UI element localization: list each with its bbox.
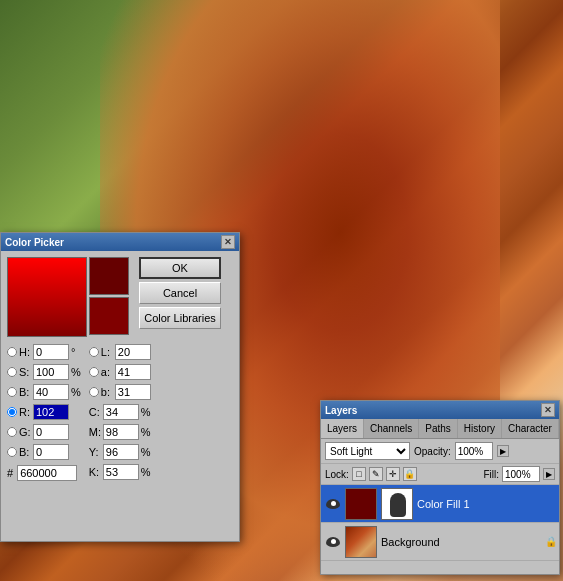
- color-fields: H: ° S: % B: %: [7, 343, 233, 481]
- a-field-row: a:: [89, 363, 151, 381]
- g-label: G:: [19, 426, 31, 438]
- color-fill-thumbnail: [345, 488, 377, 520]
- s-label: S:: [19, 366, 31, 378]
- color-current-swatch: [89, 257, 129, 295]
- opacity-input[interactable]: [455, 442, 493, 460]
- layer-name-color-fill: Color Fill 1: [417, 498, 555, 510]
- cancel-button[interactable]: Cancel: [139, 282, 221, 304]
- s-input[interactable]: [33, 364, 69, 380]
- b-channel-input[interactable]: [33, 444, 69, 460]
- h-radio[interactable]: [7, 347, 17, 357]
- a-input[interactable]: [115, 364, 151, 380]
- hex-input[interactable]: [17, 465, 77, 481]
- b2-field-row: b:: [89, 383, 151, 401]
- c-input[interactable]: [103, 404, 139, 420]
- s-radio[interactable]: [7, 367, 17, 377]
- color-libraries-button[interactable]: Color Libraries: [139, 307, 221, 329]
- r-input[interactable]: [33, 404, 69, 420]
- layers-lock-row: Lock: □ ✎ ✛ 🔒 Fill: ▶: [321, 464, 559, 485]
- h-unit: °: [71, 346, 75, 358]
- fill-arrow-button[interactable]: ▶: [543, 468, 555, 480]
- y-label: Y:: [89, 446, 101, 458]
- mask-thumbnail: [381, 488, 413, 520]
- a-label: a:: [101, 366, 113, 378]
- b-channel-label: B:: [19, 446, 31, 458]
- m-unit: %: [141, 426, 151, 438]
- lock-label: Lock:: [325, 469, 349, 480]
- tab-layers[interactable]: Layers: [321, 419, 364, 438]
- tab-history[interactable]: History: [458, 419, 502, 438]
- y-unit: %: [141, 446, 151, 458]
- y-field-row: Y: %: [89, 443, 151, 461]
- opacity-arrow-button[interactable]: ▶: [497, 445, 509, 457]
- b2-label: b:: [101, 386, 113, 398]
- lock-position-icon[interactable]: ✛: [386, 467, 400, 481]
- b2-radio[interactable]: [89, 387, 99, 397]
- layers-close-button[interactable]: ✕: [541, 403, 555, 417]
- layer-visibility-background[interactable]: [325, 534, 341, 550]
- lock-image-icon[interactable]: ✎: [369, 467, 383, 481]
- layers-titlebar: Layers ✕: [321, 401, 559, 419]
- s-field-row: S: %: [7, 363, 81, 381]
- b2-input[interactable]: [115, 384, 151, 400]
- fill-label: Fill:: [483, 469, 499, 480]
- m-input[interactable]: [103, 424, 139, 440]
- lock-all-icon[interactable]: 🔒: [403, 467, 417, 481]
- b-field-row: B: %: [7, 383, 81, 401]
- b-channel-field-row: B:: [7, 443, 81, 461]
- y-input[interactable]: [103, 444, 139, 460]
- l-input[interactable]: [115, 344, 151, 360]
- k-label: K:: [89, 466, 101, 478]
- c-label: C:: [89, 406, 101, 418]
- c-field-row: C: %: [89, 403, 151, 421]
- h-label: H:: [19, 346, 31, 358]
- c-unit: %: [141, 406, 151, 418]
- layers-controls: Soft Light Normal Multiply Screen Overla…: [321, 439, 559, 464]
- ok-button[interactable]: OK: [139, 257, 221, 279]
- k-unit: %: [141, 466, 151, 478]
- g-field-row: G:: [7, 423, 81, 441]
- m-label: M:: [89, 426, 101, 438]
- layer-background[interactable]: Background 🔒: [321, 523, 559, 561]
- layer-visibility-color-fill[interactable]: [325, 496, 341, 512]
- dialog-buttons: OK Cancel Color Libraries: [139, 257, 221, 337]
- l-radio[interactable]: [89, 347, 99, 357]
- blend-mode-select[interactable]: Soft Light Normal Multiply Screen Overla…: [325, 442, 410, 460]
- color-gradient-box[interactable]: [7, 257, 87, 337]
- color-picker-close-button[interactable]: ✕: [221, 235, 235, 249]
- g-input[interactable]: [33, 424, 69, 440]
- h-field-row: H: °: [7, 343, 81, 361]
- k-field-row: K: %: [89, 463, 151, 481]
- layer-color-fill-1[interactable]: Color Fill 1: [321, 485, 559, 523]
- g-radio[interactable]: [7, 427, 17, 437]
- h-input[interactable]: [33, 344, 69, 360]
- background-lock-icon: 🔒: [545, 536, 555, 548]
- eye-icon-background: [326, 537, 340, 547]
- layers-title: Layers: [325, 405, 357, 416]
- background-thumbnail: [345, 526, 377, 558]
- b-channel-radio[interactable]: [7, 447, 17, 457]
- r-label: R:: [19, 406, 31, 418]
- tab-paths[interactable]: Paths: [419, 419, 458, 438]
- color-picker-title: Color Picker: [5, 237, 64, 248]
- color-picker-dialog: Color Picker ✕ OK Cancel Color Librarie: [0, 232, 240, 542]
- hex-row: #: [7, 465, 81, 481]
- b-input[interactable]: [33, 384, 69, 400]
- hex-label: #: [7, 467, 13, 479]
- tab-character[interactable]: Character: [502, 419, 559, 438]
- tab-channels[interactable]: Channels: [364, 419, 419, 438]
- b-unit: %: [71, 386, 81, 398]
- l-label: L:: [101, 346, 113, 358]
- k-input[interactable]: [103, 464, 139, 480]
- opacity-label: Opacity:: [414, 446, 451, 457]
- m-field-row: M: %: [89, 423, 151, 441]
- color-picker-titlebar: Color Picker ✕: [1, 233, 239, 251]
- b-radio[interactable]: [7, 387, 17, 397]
- lock-transparent-icon[interactable]: □: [352, 467, 366, 481]
- a-radio[interactable]: [89, 367, 99, 377]
- eye-icon-color-fill: [326, 499, 340, 509]
- fill-input[interactable]: [502, 466, 540, 482]
- layer-name-background: Background: [381, 536, 541, 548]
- s-unit: %: [71, 366, 81, 378]
- r-radio[interactable]: [7, 407, 17, 417]
